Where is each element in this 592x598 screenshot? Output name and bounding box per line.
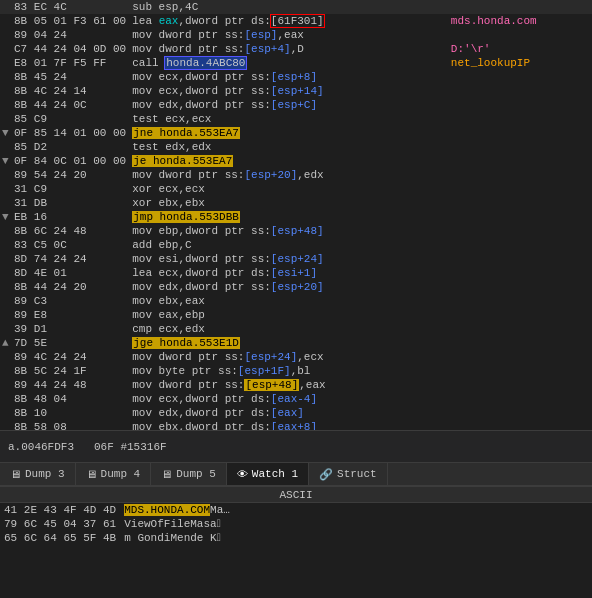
asm-instr-25: mov dword ptr ss:[esp+24],ecx (126, 350, 441, 364)
asm-row-24[interactable]: ▲7D 5Ejge honda.553E1D (0, 336, 592, 350)
asm-row-29[interactable]: 8B 10mov edx,dword ptr ds:[eax] (0, 406, 592, 420)
asm-addr-24: 7D 5E (10, 336, 126, 350)
tab-dump5[interactable]: 🖥Dump 5 (151, 463, 227, 485)
asm-addr-19: 8D 4E 01 (10, 266, 126, 280)
asm-addr-1: 8B 05 01 F3 61 00 (10, 14, 126, 28)
asm-row-15[interactable]: ▼EB 16jmp honda.553DBB (0, 210, 592, 224)
asm-row-21[interactable]: 89 C3mov ebx,eax (0, 294, 592, 308)
asm-row-25[interactable]: 89 4C 24 24mov dword ptr ss:[esp+24],ecx (0, 350, 592, 364)
tab-label-dump4: Dump 4 (101, 468, 141, 480)
asm-comment-1: mds.honda.com (441, 14, 592, 28)
asm-comment-11 (441, 154, 592, 168)
asm-instr-26: mov byte ptr ss:[esp+1F],bl (126, 364, 441, 378)
asm-comment-15 (441, 210, 592, 224)
asm-addr-3: C7 44 24 04 0D 00 (10, 42, 126, 56)
tab-icon-dump5: 🖥 (161, 468, 172, 481)
asm-instr-0: sub esp,4C (126, 0, 441, 14)
asm-comment-0 (441, 0, 592, 14)
asm-row-10[interactable]: 85 D2test edx,edx (0, 140, 592, 154)
asm-instr-12: mov dword ptr ss:[esp+20],edx (126, 168, 441, 182)
asm-comment-25 (441, 350, 592, 364)
asm-table: 83 EC 4Csub esp,4C8B 05 01 F3 61 00lea e… (0, 0, 592, 430)
asm-instr-15: jmp honda.553DBB (126, 210, 441, 224)
tab-dump3[interactable]: 🖥Dump 3 (0, 463, 76, 485)
asm-row-16[interactable]: 8B 6C 24 48mov ebp,dword ptr ss:[esp+48] (0, 224, 592, 238)
ascii-highlight-mds: MDS.HONDA.COM (124, 504, 210, 516)
asm-comment-13 (441, 182, 592, 196)
asm-row-22[interactable]: 89 E8mov eax,ebp (0, 308, 592, 322)
asm-row-8[interactable]: 85 C9test ecx,ecx (0, 112, 592, 126)
asm-arrow-18 (0, 252, 10, 266)
asm-arrow-25 (0, 350, 10, 364)
asm-comment-29 (441, 406, 592, 420)
asm-instr-5: mov ecx,dword ptr ss:[esp+8] (126, 70, 441, 84)
asm-arrow-27 (0, 378, 10, 392)
asm-addr-20: 8B 44 24 20 (10, 280, 126, 294)
asm-instr-23: cmp ecx,edx (126, 322, 441, 336)
asm-addr-18: 8D 74 24 24 (10, 252, 126, 266)
asm-arrow-19 (0, 266, 10, 280)
asm-arrow-1 (0, 14, 10, 28)
asm-instr-20: mov edx,dword ptr ss:[esp+20] (126, 280, 441, 294)
asm-row-11[interactable]: ▼0F 84 0C 01 00 00je honda.553EA7 (0, 154, 592, 168)
asm-addr-6: 8B 4C 24 14 (10, 84, 126, 98)
asm-instr-29: mov edx,dword ptr ds:[eax] (126, 406, 441, 420)
asm-arrow-7 (0, 98, 10, 112)
asm-row-6[interactable]: 8B 4C 24 14mov ecx,dword ptr ss:[esp+14] (0, 84, 592, 98)
tab-dump4[interactable]: 🖥Dump 4 (76, 463, 152, 485)
asm-addr-15: EB 16 (10, 210, 126, 224)
asm-instr-21: mov ebx,eax (126, 294, 441, 308)
asm-addr-17: 83 C5 0C (10, 238, 126, 252)
asm-arrow-9: ▼ (0, 126, 10, 140)
asm-row-26[interactable]: 8B 5C 24 1Fmov byte ptr ss:[esp+1F],bl (0, 364, 592, 378)
asm-row-7[interactable]: 8B 44 24 0Cmov edx,dword ptr ss:[esp+C] (0, 98, 592, 112)
asm-row-13[interactable]: 31 C9xor ecx,ecx (0, 182, 592, 196)
ascii-hex-1: 79 6C 45 04 37 61 (4, 517, 116, 531)
asm-row-20[interactable]: 8B 44 24 20mov edx,dword ptr ss:[esp+20] (0, 280, 592, 294)
asm-arrow-24: ▲ (0, 336, 10, 350)
asm-arrow-3 (0, 42, 10, 56)
asm-row-28[interactable]: 8B 48 04mov ecx,dword ptr ds:[eax-4] (0, 392, 592, 406)
asm-instr-7: mov edx,dword ptr ss:[esp+C] (126, 98, 441, 112)
asm-row-19[interactable]: 8D 4E 01lea ecx,dword ptr ds:[esi+1] (0, 266, 592, 280)
asm-arrow-23 (0, 322, 10, 336)
asm-row-4[interactable]: E8 01 7F F5 FFcall honda.4ABC80net_looku… (0, 56, 592, 70)
asm-comment-2 (441, 28, 592, 42)
asm-row-5[interactable]: 8B 45 24mov ecx,dword ptr ss:[esp+8] (0, 70, 592, 84)
asm-comment-8 (441, 112, 592, 126)
asm-instr-28: mov ecx,dword ptr ds:[eax-4] (126, 392, 441, 406)
ascii-row-1: 79 6C 45 04 37 61ViewOfFileMasa  (0, 517, 592, 531)
asm-row-23[interactable]: 39 D1cmp ecx,edx (0, 322, 592, 336)
tab-label-watch1: Watch 1 (252, 468, 298, 480)
asm-addr-16: 8B 6C 24 48 (10, 224, 126, 238)
asm-addr-30: 8B 58 08 (10, 420, 126, 430)
asm-row-1[interactable]: 8B 05 01 F3 61 00lea eax,dword ptr ds:[6… (0, 14, 592, 28)
asm-row-2[interactable]: 89 04 24mov dword ptr ss:[esp],eax (0, 28, 592, 42)
asm-row-27[interactable]: 89 44 24 48mov dword ptr ss:[esp+48],eax (0, 378, 592, 392)
asm-row-9[interactable]: ▼0F 85 14 01 00 00jne honda.553EA7 (0, 126, 592, 140)
asm-addr-2: 89 04 24 (10, 28, 126, 42)
asm-row-3[interactable]: C7 44 24 04 0D 00mov dword ptr ss:[esp+4… (0, 42, 592, 56)
asm-instr-4: call honda.4ABC80 (126, 56, 441, 70)
asm-comment-4: net_lookupIP (441, 56, 592, 70)
asm-row-18[interactable]: 8D 74 24 24mov esi,dword ptr ss:[esp+24] (0, 252, 592, 266)
asm-comment-28 (441, 392, 592, 406)
tab-watch1[interactable]: 👁Watch 1 (227, 463, 309, 485)
asm-comment-3: D:'\r' (441, 42, 592, 56)
asm-arrow-26 (0, 364, 10, 378)
tab-struct[interactable]: 🔗Struct (309, 463, 388, 485)
asm-row-17[interactable]: 83 C5 0Cadd ebp,C (0, 238, 592, 252)
asm-arrow-14 (0, 196, 10, 210)
asm-instr-3: mov dword ptr ss:[esp+4],D (126, 42, 441, 56)
asm-instr-30: mov ebx,dword ptr ds:[eax+8] (126, 420, 441, 430)
asm-arrow-28 (0, 392, 10, 406)
asm-row-0[interactable]: 83 EC 4Csub esp,4C (0, 0, 592, 14)
tab-bar: 🖥Dump 3🖥Dump 4🖥Dump 5👁Watch 1🔗Struct (0, 462, 592, 486)
asm-arrow-21 (0, 294, 10, 308)
asm-row-30[interactable]: 8B 58 08mov ebx,dword ptr ds:[eax+8] (0, 420, 592, 430)
asm-row-14[interactable]: 31 DBxor ebx,ebx (0, 196, 592, 210)
ascii-hex-2: 65 6C 64 65 5F 4B (4, 531, 116, 545)
jmp-instr: jmp honda.553DBB (132, 211, 240, 223)
asm-comment-7 (441, 98, 592, 112)
asm-row-12[interactable]: 89 54 24 20mov dword ptr ss:[esp+20],edx (0, 168, 592, 182)
